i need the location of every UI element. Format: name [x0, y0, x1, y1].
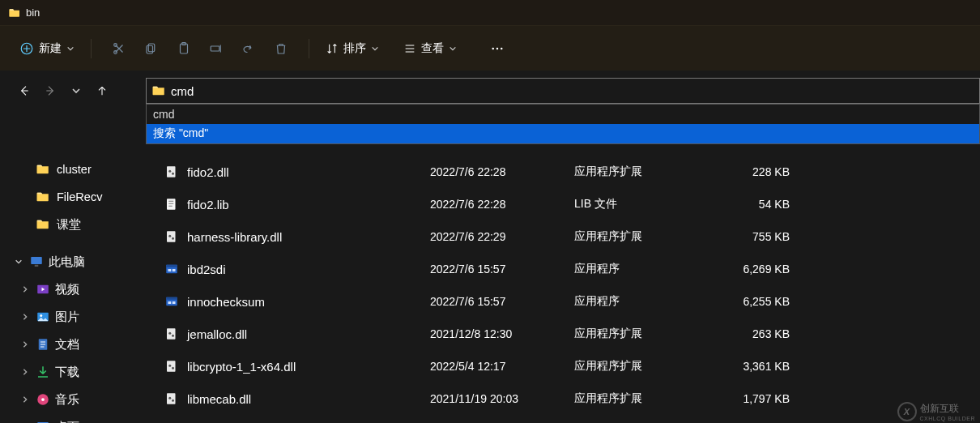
svg-rect-33 — [168, 269, 172, 271]
share-icon — [241, 41, 256, 56]
recent-locations-button[interactable] — [68, 83, 84, 99]
svg-rect-36 — [166, 297, 177, 300]
suggest-item-search[interactable]: 搜索 "cmd" — [147, 124, 979, 143]
file-icon — [164, 327, 187, 341]
svg-point-9 — [496, 47, 499, 49]
file-size: 263 KB — [709, 327, 790, 340]
sidebar-item-documents[interactable]: 文档 — [0, 331, 142, 358]
file-icon — [164, 294, 187, 309]
file-name: innochecksum — [187, 295, 430, 309]
downloads-icon — [36, 365, 50, 379]
sidebar-item-label: 图片 — [55, 310, 79, 325]
svg-point-18 — [41, 398, 45, 401]
file-type: 应用程序 — [574, 294, 709, 309]
view-button[interactable]: 查看 — [398, 38, 462, 59]
table-row[interactable]: libcrypto-1_1-x64.dll2022/5/4 12:17应用程序扩… — [142, 350, 980, 382]
sidebar-item-label: 桌面 — [55, 420, 79, 424]
svg-point-8 — [492, 47, 494, 49]
sidebar-item-label: FileRecv — [57, 190, 102, 203]
folder-icon — [151, 83, 166, 98]
chevron-down-icon — [66, 45, 75, 53]
sidebar-item-label: 视频 — [55, 282, 79, 297]
table-row[interactable]: ibd2sdi2022/7/6 15:57应用程序6,269 KB — [142, 253, 980, 285]
address-bar[interactable] — [146, 78, 980, 104]
chevron-right-icon — [19, 368, 31, 376]
toolbar: 新建 排序 查看 — [0, 26, 980, 71]
up-button[interactable] — [94, 83, 110, 99]
sidebar-item-pictures[interactable]: 图片 — [0, 303, 142, 331]
file-date: 2022/7/6 15:57 — [430, 295, 574, 308]
table-row[interactable]: innochecksum2022/7/6 15:57应用程序6,255 KB — [142, 285, 980, 318]
clipboard-icon — [177, 41, 191, 56]
table-row[interactable]: jemalloc.dll2021/12/8 12:30应用程序扩展263 KB — [142, 318, 980, 350]
sort-label: 排序 — [343, 41, 366, 56]
file-icon — [164, 262, 187, 276]
sort-button[interactable]: 排序 — [321, 38, 384, 59]
svg-rect-38 — [173, 301, 176, 304]
svg-point-46 — [168, 397, 171, 400]
new-button[interactable]: 新建 — [15, 38, 79, 59]
table-row[interactable]: fido2.lib2022/7/6 22:28LIB 文件54 KB — [142, 188, 980, 220]
plus-circle-icon — [19, 41, 34, 56]
address-area: cmd 搜索 "cmd" — [146, 78, 980, 104]
nav-row: cmd 搜索 "cmd" — [0, 71, 980, 110]
table-row[interactable]: fido2.dll2022/7/6 22:28应用程序扩展228 KB — [142, 156, 980, 188]
file-size: 6,269 KB — [709, 263, 790, 276]
window-title: bin — [26, 6, 40, 19]
file-type: 应用程序 — [574, 262, 709, 276]
folder-icon — [36, 162, 50, 177]
sidebar: clusterFileRecv课堂 此电脑 视频图片文档下载音乐桌面系统类 (C… — [0, 110, 142, 423]
svg-point-41 — [172, 335, 174, 337]
svg-rect-24 — [167, 166, 176, 177]
sidebar-item-this-pc[interactable]: 此电脑 — [0, 248, 142, 276]
main-split: clusterFileRecv课堂 此电脑 视频图片文档下载音乐桌面系统类 (C… — [0, 110, 980, 423]
svg-rect-4 — [147, 45, 153, 53]
forward-button[interactable] — [42, 83, 58, 99]
svg-point-44 — [172, 367, 174, 370]
file-size: 1,797 KB — [709, 392, 790, 405]
watermark-logo-icon: X — [897, 402, 917, 421]
sidebar-item-cluster[interactable]: cluster — [0, 156, 142, 183]
sidebar-item-FileRecv[interactable]: FileRecv — [0, 183, 142, 211]
file-size: 54 KB — [709, 198, 790, 211]
separator — [91, 39, 92, 58]
svg-rect-37 — [168, 301, 172, 304]
table-row[interactable]: harness-library.dll2022/7/6 22:29应用程序扩展7… — [142, 220, 980, 253]
more-button[interactable] — [481, 32, 513, 65]
svg-point-40 — [168, 332, 171, 335]
table-row[interactable]: libmecab.dll2021/11/19 20:03应用程序扩展1,797 … — [142, 382, 980, 415]
svg-rect-7 — [211, 46, 219, 51]
sidebar-item-desktop[interactable]: 桌面 — [0, 413, 142, 423]
share-button[interactable] — [232, 32, 265, 65]
file-name: fido2.lib — [187, 198, 430, 212]
svg-rect-28 — [167, 231, 176, 242]
rename-button[interactable] — [200, 32, 232, 65]
file-size: 6,255 KB — [709, 295, 790, 308]
file-date: 2022/7/6 15:57 — [430, 263, 574, 276]
svg-rect-32 — [166, 265, 177, 267]
title-bar: bin — [0, 0, 980, 26]
delete-button[interactable] — [265, 32, 297, 65]
paste-button[interactable] — [168, 32, 200, 65]
file-date: 2021/12/8 12:30 — [430, 327, 574, 340]
scissors-icon — [112, 41, 126, 56]
address-input[interactable] — [171, 84, 979, 98]
back-button[interactable] — [16, 83, 32, 99]
sidebar-item-downloads[interactable]: 下载 — [0, 358, 142, 386]
copy-icon — [144, 41, 159, 56]
pictures-icon — [36, 310, 50, 324]
sidebar-item-课堂[interactable]: 课堂 — [0, 211, 142, 238]
svg-point-26 — [172, 173, 174, 175]
file-type: LIB 文件 — [574, 197, 709, 212]
sidebar-item-videos[interactable]: 视频 — [0, 276, 142, 303]
cut-button[interactable] — [103, 32, 135, 65]
copy-button[interactable] — [135, 32, 168, 65]
suggest-item-cmd[interactable]: cmd — [147, 105, 979, 124]
svg-point-29 — [168, 235, 171, 237]
new-button-label: 新建 — [39, 41, 62, 56]
sidebar-item-music[interactable]: 音乐 — [0, 386, 142, 413]
chevron-down-icon — [371, 45, 379, 53]
list-icon — [403, 42, 416, 55]
sidebar-item-label: 此电脑 — [49, 254, 85, 270]
file-name: libcrypto-1_1-x64.dll — [187, 360, 430, 374]
